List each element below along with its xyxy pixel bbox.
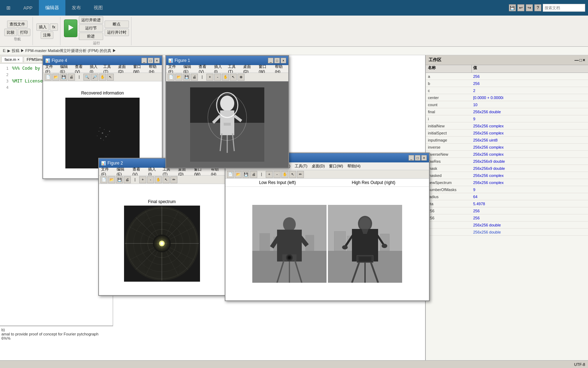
figure4-menu-view[interactable]: 查看(V) <box>73 64 88 74</box>
figure2-menu-edit[interactable]: 编辑(E) <box>114 167 130 176</box>
figure4-menu-edit[interactable]: 编辑(E) <box>58 64 73 74</box>
ws-row-center[interactable]: center [0.0000 + 0.0000i <box>426 94 588 101</box>
figure1-menu-view[interactable]: 查看(V) <box>196 64 212 74</box>
fig4-new-icon[interactable]: 📄 <box>45 74 52 81</box>
figure4-maximize[interactable]: □ <box>148 58 153 63</box>
tab-view[interactable]: 视图 <box>87 0 109 16</box>
figure1-minimize[interactable]: _ <box>268 58 274 63</box>
figure3-menu-tools[interactable]: 工具(T) <box>293 163 310 169</box>
figure4-menu-tools[interactable]: 工具(T) <box>101 64 116 74</box>
comment-btn[interactable]: 注释 <box>41 31 53 39</box>
figure4-menu-help[interactable]: 帮助(H) <box>147 64 162 74</box>
figure4-menu-desktop[interactable]: 桌面(D) <box>116 64 131 74</box>
fig4-print-icon[interactable]: 🖨 <box>68 74 75 81</box>
figure1-menu-edit[interactable]: 编辑(E) <box>181 64 196 74</box>
ws-row-radius[interactable]: radius 64 <box>426 193 588 200</box>
figure1-menu-window[interactable]: 窗口(W) <box>257 64 273 74</box>
figure1-maximize[interactable]: □ <box>274 58 280 63</box>
figure3-menu-help[interactable]: 帮助(H) <box>345 163 363 169</box>
ws-row-eta[interactable]: eta 5.4978 <box>426 200 588 207</box>
run-and-advance-btn[interactable]: 运行并前进 <box>79 16 103 24</box>
fig3-zoom-out[interactable]: - <box>274 171 281 178</box>
fig3-pan[interactable]: ✋ <box>281 171 288 178</box>
run-timed-btn[interactable]: 运行并计时 <box>105 29 129 36</box>
fig1-zoom-out[interactable]: - <box>214 74 221 81</box>
fig3-zoom-in[interactable]: + <box>266 171 273 178</box>
undo-icon[interactable]: ↩ <box>517 4 524 11</box>
ws-row-inputImage[interactable]: inputImage 256x256 uint8 <box>426 137 588 144</box>
ws-row-count[interactable]: count 10 <box>426 101 588 108</box>
fig1-data-cursor[interactable]: ⊕ <box>237 74 245 81</box>
figure3-menu-desktop[interactable]: 桌面(D) <box>310 163 327 169</box>
advance-btn[interactable]: 前进 <box>79 33 103 40</box>
fig3-tool1[interactable]: 📄 <box>227 171 234 178</box>
ws-row-var2[interactable]: 256 256 <box>426 214 588 222</box>
figure1-menu-file[interactable]: 文件(F) <box>166 64 181 74</box>
tab-publish[interactable]: 发布 <box>65 0 87 16</box>
ws-row-b[interactable]: b 256 <box>426 80 588 87</box>
insert-btn[interactable]: 插入 <box>36 23 49 31</box>
figure2-menu-insert[interactable]: 插入(I) <box>146 167 160 176</box>
ws-row-a[interactable]: a 256 <box>426 73 588 80</box>
figure1-menu-help[interactable]: 帮助(H) <box>273 64 288 74</box>
figure4-menu-insert[interactable]: 插入(I) <box>88 64 101 74</box>
save-icon[interactable]: 💾 <box>509 4 516 11</box>
tab-图图[interactable]: ⊞ <box>0 0 17 16</box>
fig1-tool4[interactable]: 🖨 <box>191 74 198 81</box>
tab-editor[interactable]: 编辑器 <box>39 0 65 16</box>
fig2-zoom-in[interactable]: + <box>139 176 146 183</box>
figure3-close[interactable]: × <box>421 155 427 161</box>
fig2-zoom-out[interactable]: - <box>147 176 154 183</box>
ws-row-var4[interactable]: 256x256 double <box>426 229 588 236</box>
fig2-brush[interactable]: ✏ <box>170 176 177 183</box>
fig2-tool4[interactable]: 🖨 <box>124 176 131 183</box>
ws-row-lowRes[interactable]: lowRes 256x256x9 double <box>426 158 588 165</box>
fig1-tool1[interactable]: 📄 <box>167 74 175 81</box>
fig3-cursor[interactable]: ↖ <box>289 171 296 178</box>
compare-btn[interactable]: 比较 <box>4 29 17 36</box>
figure4-minimize[interactable]: _ <box>141 58 147 63</box>
run-button[interactable] <box>64 19 77 37</box>
fig1-tool2[interactable]: 📂 <box>175 74 182 81</box>
figure1-menu-desktop[interactable]: 桌面(D) <box>241 64 257 74</box>
fig2-tool2[interactable]: 📂 <box>108 176 115 183</box>
editor-tab-face[interactable]: face.m × <box>1 56 23 62</box>
figure1-menu-tools[interactable]: 工具(T) <box>226 64 241 74</box>
figure1-close[interactable]: × <box>281 58 286 63</box>
figure3-menu-window[interactable]: 窗口(W) <box>327 163 345 169</box>
ws-row-masked[interactable]: masked 256x256 complex <box>426 172 588 179</box>
figure4-menu-file[interactable]: 文件(F) <box>43 64 58 74</box>
workspace-maximize[interactable]: □ <box>580 58 582 63</box>
fig3-tool2[interactable]: 📂 <box>235 171 242 178</box>
workspace-minimize[interactable]: — <box>575 58 579 63</box>
figure3-minimize[interactable]: _ <box>408 155 414 161</box>
fig2-tool3[interactable]: 💾 <box>116 176 123 183</box>
fig4-zoom-in-icon[interactable]: 🔍 <box>83 74 90 81</box>
fig4-cursor-icon[interactable]: ↖ <box>107 74 114 81</box>
fig4-save-icon[interactable]: 💾 <box>60 74 67 81</box>
fig3-tool3[interactable]: 💾 <box>242 171 249 178</box>
fig1-tool3[interactable]: 💾 <box>183 74 190 81</box>
redo-icon[interactable]: ↪ <box>526 4 533 11</box>
figure1-menu-insert[interactable]: 插入(I) <box>212 64 226 74</box>
breakpoint-btn[interactable]: 断点 <box>105 21 129 28</box>
fig2-pan[interactable]: ✋ <box>155 176 162 183</box>
fig3-brush[interactable]: ✏ <box>297 171 304 178</box>
ws-row-final[interactable]: final 256x256 double <box>426 108 588 115</box>
fig4-open-icon[interactable]: 📂 <box>52 74 59 81</box>
workspace-close[interactable]: × <box>583 58 585 63</box>
ws-row-i[interactable]: i 9 <box>426 115 588 122</box>
search-input[interactable] <box>543 4 585 12</box>
figure3-maximize[interactable]: □ <box>415 155 421 161</box>
ws-row-c[interactable]: c 2 <box>426 87 588 94</box>
help-icon[interactable]: ? <box>534 4 541 11</box>
fig1-pan[interactable]: ✋ <box>222 74 229 81</box>
ws-row-initialSpect[interactable]: initialSpect 256x256 complex <box>426 130 588 137</box>
tab-app[interactable]: APP <box>17 0 39 16</box>
ws-row-numberOfMasks[interactable]: numberOfMasks 9 <box>426 186 588 193</box>
print-btn[interactable]: 打印 <box>18 29 30 36</box>
find-file-btn[interactable]: 查找文件 <box>7 21 28 28</box>
fig1-cursor[interactable]: ↖ <box>230 74 237 81</box>
fig4-zoom-out-icon[interactable]: 🔎 <box>91 74 98 81</box>
ws-row-newSpectrum[interactable]: newSpectrum 256x256 complex <box>426 179 588 186</box>
